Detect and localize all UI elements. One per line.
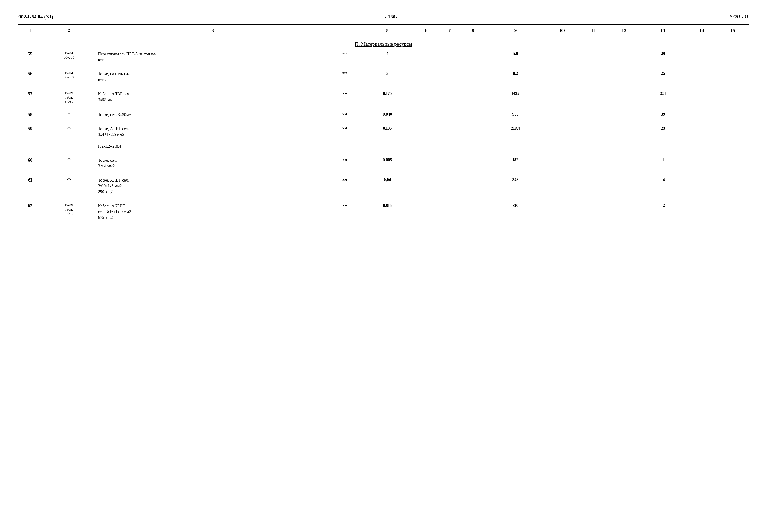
- cell-col6: [415, 49, 438, 65]
- cell-col13: 20: [640, 49, 686, 65]
- cell-col8: [461, 201, 484, 223]
- table-row: 59-"-То же, АЛВГ сеч.3х4+1х2,5 мм2I82хI,…: [18, 124, 749, 151]
- cell-col12: [609, 176, 640, 197]
- table-row: 57I5-09табл.3-038Кабель АЛВГ сеч.3х95 мм…: [18, 89, 749, 105]
- cell-col13: 23: [640, 124, 686, 151]
- col-header-io: IO: [547, 25, 578, 36]
- cell-col13: I: [640, 156, 686, 171]
- cell-code: I5-09табл.4-009: [42, 201, 96, 223]
- cell-col7: [438, 69, 461, 84]
- cell-col9: 2I8,4: [484, 124, 547, 151]
- cell-col12: [609, 89, 640, 105]
- cell-col9: 8,2: [484, 69, 547, 84]
- cell-col14: [686, 124, 718, 151]
- cell-col5: 0,040: [360, 110, 415, 120]
- cell-code: -"-: [42, 176, 96, 197]
- cell-col8: [461, 110, 484, 120]
- cell-col14: [686, 156, 718, 171]
- cell-col11: [578, 69, 609, 84]
- document-number: 19581 - 11: [729, 14, 749, 20]
- cell-col9: I82: [484, 156, 547, 171]
- cell-col15: [717, 69, 749, 84]
- cell-col5: 3: [360, 69, 415, 84]
- cell-code: -"-: [42, 156, 96, 171]
- page-number: - 130-: [385, 14, 397, 20]
- table-row: 6I-"-То же, АЛВГ сеч.3хI0+Iх6 мм2290 х I…: [18, 176, 749, 197]
- cell-num: 6I: [18, 176, 42, 197]
- section-title: П. Материальные ресурсы: [18, 36, 749, 50]
- cell-col10: [547, 69, 578, 84]
- page-header: 902-I-84.84 (XI) - 130- 19581 - 11: [18, 14, 749, 20]
- cell-col10: [547, 124, 578, 151]
- cell-col13: I2: [640, 201, 686, 223]
- cell-num: 62: [18, 201, 42, 223]
- col-header-i4: I4: [686, 25, 718, 36]
- cell-col7: [438, 201, 461, 223]
- table-row: 55I5-0406-288Переключатель ПРТ-5 на три …: [18, 49, 749, 65]
- cell-col8: [461, 176, 484, 197]
- cell-col11: [578, 176, 609, 197]
- cell-col15: [717, 156, 749, 171]
- table-row: 56I5-0406-289То же, на пять па-кетовшт38…: [18, 69, 749, 84]
- cell-num: 56: [18, 69, 42, 84]
- cell-col7: [438, 110, 461, 120]
- col-header-2: 2: [42, 25, 96, 36]
- cell-code: -"-: [42, 110, 96, 120]
- cell-unit: км: [329, 110, 360, 120]
- cell-col11: [578, 124, 609, 151]
- document-code: 902-I-84.84 (XI): [18, 14, 53, 20]
- cell-col15: [717, 110, 749, 120]
- cell-col12: [609, 124, 640, 151]
- cell-col11: [578, 156, 609, 171]
- cell-col14: [686, 201, 718, 223]
- cell-col11: [578, 201, 609, 223]
- cell-col10: [547, 89, 578, 105]
- cell-col10: [547, 110, 578, 120]
- cell-code: I5-09табл.3-038: [42, 89, 96, 105]
- cell-col15: [717, 49, 749, 65]
- col-header-i5: I5: [717, 25, 749, 36]
- cell-col11: [578, 89, 609, 105]
- col-header-i: I: [18, 25, 42, 36]
- col-header-8: 8: [461, 25, 484, 36]
- cell-col6: [415, 176, 438, 197]
- cell-num: 55: [18, 49, 42, 65]
- cell-col14: [686, 110, 718, 120]
- cell-description: То же, сеч. 3х50мм2: [96, 110, 329, 120]
- cell-description: То же, на пять па-кетов: [96, 69, 329, 84]
- spacer-row: [18, 171, 749, 176]
- cell-col9: 5,0: [484, 49, 547, 65]
- cell-col5: 0,0I5: [360, 201, 415, 223]
- cell-col13: 39: [640, 110, 686, 120]
- cell-col8: [461, 49, 484, 65]
- table-row: 58-"-То же, сеч. 3х50мм2км0,04098039: [18, 110, 749, 120]
- cell-description: Кабель АКРИТсеч. 3хI6+IхI0 мм2675 х I,2: [96, 201, 329, 223]
- cell-col12: [609, 49, 640, 65]
- cell-col5: 0,04: [360, 176, 415, 197]
- cell-col12: [609, 110, 640, 120]
- cell-description: То же, АЛВГ сеч.3хI0+Iх6 мм2290 х I,2: [96, 176, 329, 197]
- cell-col15: [717, 176, 749, 197]
- cell-col8: [461, 156, 484, 171]
- cell-description: Кабель АЛВГ сеч.3х95 мм2: [96, 89, 329, 105]
- col-header-i3: I3: [640, 25, 686, 36]
- cell-unit: шт: [329, 69, 360, 84]
- col-header-i2: I2: [609, 25, 640, 36]
- col-header-7: 7: [438, 25, 461, 36]
- cell-unit: шт: [329, 49, 360, 65]
- main-table: I23456789IOIII2I3I4I5 П. Материальные ре…: [18, 24, 749, 227]
- cell-unit: км: [329, 156, 360, 171]
- cell-col9: 980: [484, 110, 547, 120]
- cell-col8: [461, 124, 484, 151]
- col-header-4: 4: [329, 25, 360, 36]
- cell-col5: 0,I05: [360, 124, 415, 151]
- col-header-6: 6: [415, 25, 438, 36]
- cell-unit: км: [329, 89, 360, 105]
- cell-col11: [578, 110, 609, 120]
- cell-col7: [438, 89, 461, 105]
- cell-col12: [609, 69, 640, 84]
- cell-col15: [717, 89, 749, 105]
- cell-unit: км: [329, 124, 360, 151]
- cell-col13: 25: [640, 69, 686, 84]
- cell-unit: км: [329, 176, 360, 197]
